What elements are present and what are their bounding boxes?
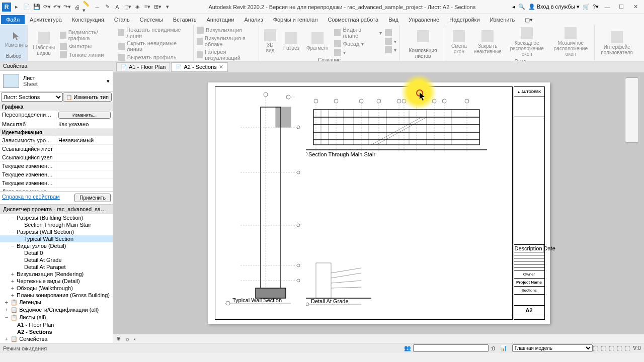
vc-wheel-icon[interactable]: ⊕ — [116, 335, 121, 342]
tab-extra-icon[interactable]: ▢▾ — [520, 15, 538, 25]
status-model-select[interactable]: Главная модель — [512, 344, 593, 352]
tab-manage[interactable]: Управление — [404, 15, 444, 24]
tree-item[interactable]: + 📋 Ведомости/Спецификации (all) — [0, 306, 113, 314]
prop-row[interactable]: Ссылающийся узел — [0, 153, 113, 162]
3d-icon[interactable]: ⬚▾ — [123, 3, 132, 12]
close-tab-icon[interactable]: ✕ — [219, 64, 223, 70]
tab-systems[interactable]: Системы — [135, 15, 168, 24]
status-model-icon[interactable]: 📊 — [500, 345, 507, 351]
sync-icon[interactable]: ⟳▾ — [42, 3, 51, 12]
tree-item[interactable]: + Планы зонирования (Gross Building) — [0, 292, 113, 299]
text-icon[interactable]: A — [113, 3, 122, 12]
filters-button[interactable]: Фильтры — [59, 42, 116, 50]
revit-logo-icon[interactable]: R — [2, 3, 11, 12]
type-selector[interactable]: Лист Sheet ▾ — [0, 71, 113, 92]
prop-row[interactable]: Зависимость уровняНезависимый — [0, 136, 113, 145]
tree-item[interactable]: − 📋 Листы (all) — [0, 314, 113, 321]
ui-button[interactable]: Интерфейс пользователя — [598, 30, 635, 56]
sel-icon-3[interactable]: ⬚ — [609, 345, 614, 351]
3d-view-button[interactable]: 3D вид — [261, 28, 279, 54]
save-icon[interactable]: 💾 — [32, 3, 41, 12]
section-icon[interactable]: ◈ — [133, 3, 142, 12]
tree-item[interactable]: A1 - Floor Plan — [0, 321, 113, 328]
close-inactive-button[interactable]: Закрыть неактивные — [471, 29, 505, 55]
tree-item[interactable]: Detail 0 — [0, 249, 113, 256]
thinline-icon[interactable]: ≡▾ — [143, 3, 152, 12]
prop-row[interactable]: МасштабКак указано — [0, 120, 113, 129]
cut-profile-button[interactable]: Вырезать профиль — [117, 53, 191, 61]
prop-row[interactable]: Дата текущего изм... — [0, 188, 113, 191]
search-icon[interactable]: 🔍 — [518, 4, 525, 10]
tree-item[interactable]: + 📋 Семейства — [0, 335, 113, 343]
project-browser[interactable]: − Разрезы (Building Section) Section Thr… — [0, 214, 113, 343]
properties-help-link[interactable]: Справка по свойствам — [2, 194, 60, 202]
tab-annotate[interactable]: Аннотации — [202, 15, 239, 24]
tab-view[interactable]: Вид — [383, 15, 404, 24]
section-button[interactable]: Разрез — [280, 31, 302, 52]
tab-collab[interactable]: Совместная работа — [323, 15, 383, 24]
instance-filter-select[interactable]: Лист: Sections — [1, 93, 63, 102]
tab-massing[interactable]: Формы и генплан — [268, 15, 323, 24]
navigation-bar[interactable] — [625, 77, 639, 143]
maximize-button[interactable]: ☐ — [616, 3, 627, 12]
tile-button[interactable]: Мозаичное расположение окон — [549, 26, 592, 58]
measure-icon[interactable]: 📏▾ — [83, 3, 92, 12]
new-icon[interactable]: 📄 — [22, 3, 31, 12]
tree-item[interactable]: Detail At Grade — [0, 256, 113, 263]
tab-addins[interactable]: Надстройки — [444, 15, 485, 24]
prop-row[interactable]: Текущее изменени... — [0, 162, 113, 170]
help-icon[interactable]: ?▾ — [593, 4, 599, 10]
tab-analyze[interactable]: Анализ — [239, 15, 268, 24]
vc-sun-icon[interactable]: ☼ — [125, 336, 130, 342]
tree-item[interactable]: A2 - Sections — [0, 328, 113, 335]
thin-lines-button[interactable]: Тонкие линии — [59, 51, 116, 59]
dimension-icon[interactable]: ↔ — [93, 3, 102, 12]
redo-icon[interactable]: ↷▾ — [62, 3, 71, 12]
filter-count-icon[interactable]: ∇:0 — [633, 345, 641, 351]
render-button[interactable]: Визуализация — [196, 26, 257, 34]
tab-steel[interactable]: Сталь — [109, 15, 135, 24]
prop-row[interactable]: Текущее изменени... — [0, 179, 113, 188]
tree-item[interactable]: + Чертежные виды (Detail) — [0, 278, 113, 285]
tree-item[interactable]: − Разрезы (Building Section) — [0, 214, 113, 221]
view-templates-button[interactable]: Шаблоны видов — [30, 31, 58, 57]
prop-row[interactable]: Переопределения ...Изменить... — [0, 111, 113, 120]
sel-icon-1[interactable]: ⬚ — [593, 345, 598, 351]
sheet-comp-button[interactable] — [414, 29, 432, 44]
tree-item[interactable]: + Визуализация (Rendering) — [0, 270, 113, 278]
drawing-canvas[interactable]: Section Through Main Stair — [113, 72, 644, 334]
plan-views-button[interactable]: Виды в плане ▾ — [333, 26, 383, 39]
elevation-button[interactable]: Фасад ▾ — [333, 40, 383, 48]
callout-button[interactable]: Фрагмент — [303, 31, 332, 52]
overrides-edit-button[interactable]: Изменить... — [58, 112, 111, 119]
visibility-graphics-button[interactable]: Видимость/ графика — [59, 29, 116, 42]
signin-button[interactable]: 👤 Вход в службы ▾ — [528, 4, 580, 10]
status-workset-icon[interactable]: 👥 — [404, 345, 411, 351]
cascade-button[interactable]: Каскадное расположение окон — [506, 26, 548, 58]
switch-icon[interactable]: ▾ — [163, 3, 172, 12]
sel-icon-5[interactable]: ⬚ — [625, 345, 630, 351]
status-workset-input[interactable] — [413, 344, 489, 352]
hide-hidden-button[interactable]: Скрыть невидимые линии — [117, 40, 191, 53]
tab-insert[interactable]: Вставить — [168, 15, 202, 24]
tree-item[interactable]: + 📋 Легенды — [0, 299, 113, 306]
prop-row[interactable]: Текущее изменени... — [0, 170, 113, 179]
create-more-button[interactable]: ▾ — [333, 48, 383, 56]
tree-item[interactable]: Typical Wall Section — [0, 235, 113, 242]
view-tab-a2[interactable]: 📄 A2 - Sections ✕ — [171, 62, 227, 72]
render-cloud-button[interactable]: Визуализация в облаке — [196, 35, 257, 48]
tree-item[interactable]: Detail At Parapet — [0, 263, 113, 270]
edit-type-button[interactable]: 📋 Изменить тип — [63, 93, 112, 102]
apply-button[interactable]: Применить — [74, 194, 111, 202]
view-tab-a1[interactable]: 📄 A1 - Floor Plan — [116, 62, 170, 71]
sel-icon-2[interactable]: ⬚ — [601, 345, 606, 351]
open-icon[interactable]: ▸ — [12, 3, 21, 12]
undo-icon[interactable]: ↶▾ — [52, 3, 61, 12]
close-inactive-icon[interactable]: ⊞▾ — [153, 3, 162, 12]
nav-back-icon[interactable]: ◂ — [512, 4, 515, 10]
tree-item[interactable]: − Виды узлов (Detail) — [0, 242, 113, 249]
tab-architecture[interactable]: Архитектура — [25, 15, 67, 24]
small2-button[interactable]: ▾ — [384, 37, 397, 45]
tag-icon[interactable]: ✎ — [103, 3, 112, 12]
tree-item[interactable]: − Разрезы (Wall Section) — [0, 228, 113, 235]
